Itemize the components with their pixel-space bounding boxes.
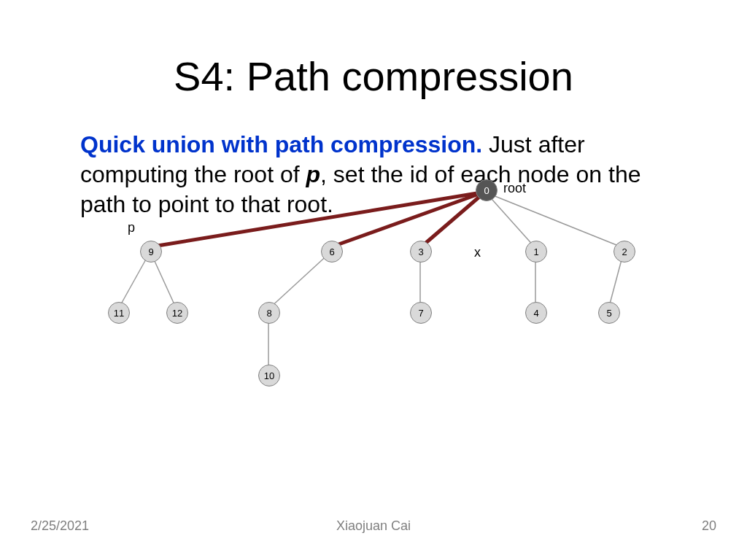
tree-edges [0,0,747,560]
svg-line-3 [150,252,177,309]
svg-line-0 [486,192,535,248]
svg-line-2 [118,252,150,309]
svg-line-7 [608,252,624,309]
slide: S4: Path compression Quick union with pa… [0,0,747,560]
footer-author: Xiaojuan Cai [0,518,747,534]
svg-line-4 [268,252,331,309]
svg-line-10 [333,192,483,246]
svg-line-1 [486,192,624,248]
footer-page: 20 [702,518,716,534]
